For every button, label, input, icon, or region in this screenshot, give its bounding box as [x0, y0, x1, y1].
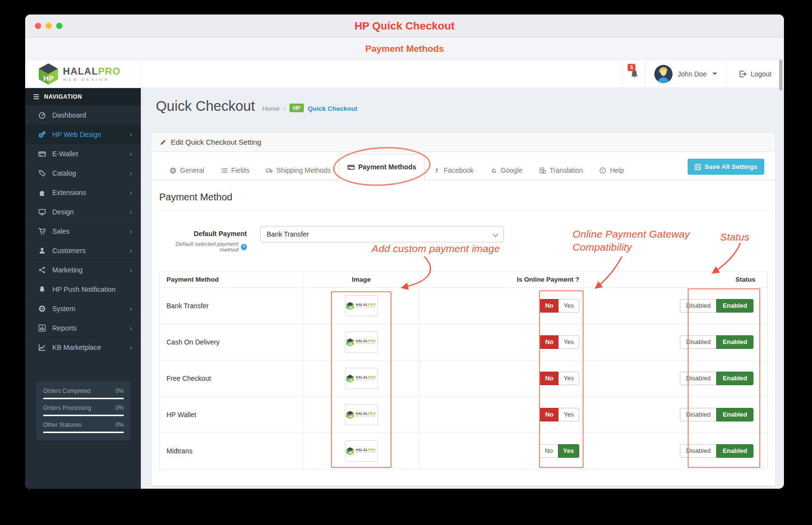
content-header: Quick Checkout Home › HP Quick Checkout [141, 88, 784, 114]
annotation-status-note: Status [720, 230, 750, 243]
status-enabled-button[interactable]: Enabled [716, 408, 753, 421]
status-enabled-button[interactable]: Enabled [716, 299, 753, 313]
sidebar-item-hp-push-notification[interactable]: HP Push Notification [25, 280, 141, 299]
online-no-button[interactable]: No [540, 335, 558, 349]
monitor-icon [38, 208, 46, 216]
online-no-button[interactable]: No [540, 299, 558, 313]
chevron-right-icon: › [130, 208, 132, 216]
app-shell: NAVIGATION DashboardHP Web Design›E-Wall… [25, 88, 784, 489]
tab-help[interactable]: ?Help [591, 161, 632, 180]
user-name: John Doe [677, 70, 707, 78]
online-no-button[interactable]: No [540, 408, 558, 421]
tab-translation[interactable]: Translation [531, 161, 591, 180]
sidebar-item-catalog[interactable]: Catalog› [25, 164, 141, 183]
page-title: Quick Checkout [156, 98, 255, 114]
status-enabled-button[interactable]: Enabled [716, 444, 753, 458]
online-yes-button[interactable]: Yes [558, 444, 579, 458]
status-enabled-button[interactable]: Enabled [716, 372, 753, 385]
default-payment-select[interactable]: Bank Transfer [260, 226, 504, 242]
sidebar-item-label: Catalog [52, 169, 76, 177]
tab-label: Shipping Methods [276, 166, 331, 174]
sidebar-item-extensions[interactable]: Extensions› [25, 183, 141, 202]
stat-value: 0% [116, 405, 124, 411]
is-online-payment-toggle: NoYes [540, 335, 579, 349]
brand-wordmark: HALALPRO WEB DESIGN [63, 66, 120, 82]
sidebar-nav-header: NAVIGATION [25, 88, 141, 105]
status-enabled-button[interactable]: Enabled [716, 335, 753, 349]
user-menu[interactable]: John Doe [645, 60, 726, 88]
table-header-row: Payment MethodImageIs Online Payment ?St… [160, 271, 767, 288]
status-disabled-button[interactable]: Disabled [680, 299, 717, 313]
online-no-button[interactable]: No [540, 444, 558, 458]
status-disabled-button[interactable]: Disabled [680, 408, 717, 421]
status-disabled-button[interactable]: Disabled [680, 444, 717, 458]
status-disabled-button[interactable]: Disabled [680, 335, 717, 349]
chevron-down-icon [712, 73, 717, 75]
sidebar-item-customers[interactable]: Customers› [25, 241, 141, 260]
tab-label: Help [610, 166, 624, 174]
brand-logo[interactable]: HP HALALPRO WEB DESIGN [25, 60, 141, 88]
sidebar-item-marketing[interactable]: Marketing› [25, 260, 141, 280]
is-online-payment-toggle: NoYes [540, 444, 579, 458]
payment-image-thumbnail[interactable]: HP HALALPROWEB DESIGN [345, 404, 378, 425]
tab-label: Google [501, 166, 523, 174]
payment-method-name: HP Wallet [160, 397, 303, 433]
close-button[interactable] [35, 23, 41, 29]
notifications-button[interactable]: 5 [623, 60, 645, 88]
help-icon: ? [599, 167, 606, 174]
sidebar-item-hp-web-design[interactable]: HP Web Design› [25, 125, 141, 144]
sidebar-item-kb-marketplace[interactable]: KB Marketplace› [25, 338, 141, 357]
save-all-settings-button[interactable]: Save All Settings [688, 159, 764, 175]
chevron-right-icon: › [130, 227, 132, 235]
chevron-right-icon: › [130, 246, 132, 255]
share-icon [38, 266, 46, 274]
status-toggle: DisabledEnabled [680, 299, 753, 313]
logout-icon [739, 70, 747, 78]
sidebar: NAVIGATION DashboardHP Web Design›E-Wall… [25, 88, 141, 489]
tab-general[interactable]: General [161, 161, 212, 180]
window-subtitlebar: Payment Methods [25, 38, 784, 60]
table-row-midtrans: Midtrans HP HALALPROWEB DESIGNNoYesDisab… [160, 433, 767, 469]
save-icon [694, 164, 701, 170]
payment-image-thumbnail[interactable]: HP HALALPROWEB DESIGN [345, 295, 378, 316]
is-online-payment-toggle: NoYes [540, 372, 579, 385]
is-online-payment-toggle: NoYes [540, 299, 579, 313]
online-yes-button[interactable]: Yes [558, 335, 579, 349]
table-row-free-checkout: Free Checkout HP HALALPROWEB DESIGNNoYes… [160, 360, 767, 397]
tab-google[interactable]: GGoogle [482, 161, 531, 180]
breadcrumb-current[interactable]: Quick Checkout [308, 105, 358, 112]
sidebar-item-reports[interactable]: Reports› [25, 318, 141, 338]
online-yes-button[interactable]: Yes [558, 299, 579, 313]
sidebar-stat-orders-completed: Orders Completed0% [43, 388, 124, 399]
window-title: HP Quick Checkout [354, 20, 454, 32]
chevron-right-icon: › [130, 324, 132, 332]
logout-button[interactable]: Logout [726, 60, 784, 88]
sidebar-item-system[interactable]: System› [25, 299, 141, 318]
tab-facebook[interactable]: fFacebook [425, 161, 481, 180]
sidebar-item-design[interactable]: Design› [25, 202, 141, 222]
help-circle-icon[interactable]: ? [241, 244, 247, 250]
tab-fields[interactable]: Fields [212, 161, 257, 180]
maximize-button[interactable] [56, 23, 62, 29]
credit-card-icon [347, 164, 355, 171]
online-yes-button[interactable]: Yes [558, 372, 579, 385]
settings-panel: Edit Quick Checkout Setting GeneralField… [151, 132, 776, 486]
tab-payment-methods[interactable]: Payment Methods [339, 154, 425, 180]
minimize-button[interactable] [45, 23, 52, 29]
sidebar-item-label: HP Web Design [52, 131, 101, 138]
payment-image-thumbnail[interactable]: HP HALALPROWEB DESIGN [345, 440, 378, 462]
sidebar-item-sales[interactable]: Sales› [25, 222, 141, 241]
svg-text:HP: HP [348, 306, 352, 309]
payment-image-thumbnail[interactable]: HP HALALPROWEB DESIGN [345, 368, 378, 389]
tab-shipping-methods[interactable]: Shipping Methods [257, 161, 339, 180]
sidebar-item-e-wallet[interactable]: E-Wallet› [25, 144, 141, 164]
breadcrumb-home-link[interactable]: Home [262, 105, 280, 112]
sidebar-item-label: Dashboard [52, 111, 86, 119]
online-no-button[interactable]: No [540, 372, 558, 385]
status-disabled-button[interactable]: Disabled [680, 372, 717, 385]
page-scrollbar[interactable] [779, 60, 782, 90]
sidebar-item-dashboard[interactable]: Dashboard [25, 105, 141, 125]
online-yes-button[interactable]: Yes [558, 408, 579, 421]
brand-tagline: WEB DESIGN [63, 78, 120, 82]
payment-image-thumbnail[interactable]: HP HALALPROWEB DESIGN [345, 331, 378, 353]
